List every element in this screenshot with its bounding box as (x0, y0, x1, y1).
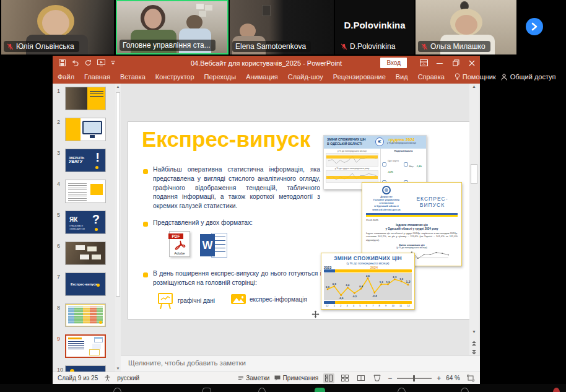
tab-design[interactable]: Конструктор (150, 70, 199, 84)
previous-slide-button[interactable] (469, 338, 479, 344)
language-indicator[interactable]: русский (117, 375, 139, 381)
thumbnail-scrollbar[interactable]: ▲ ▼ (115, 84, 121, 372)
slide-thumbnail-7[interactable]: Експрес-випуски (65, 272, 106, 296)
share-screen-icon-partial[interactable] (315, 388, 325, 392)
slide-thumbnail-5[interactable]: ЯК ПРАЦЮВАТИЗ ВЕБСАЙТОМ ? (65, 211, 106, 234)
titlebar[interactable]: 04.Вебсайт для користувачів_2025 - Power… (53, 56, 480, 70)
minimize-button[interactable]: — (432, 56, 448, 70)
slide-bullet-2[interactable]: Представлений у двох форматах: (153, 219, 320, 228)
thumb-title-bar (68, 338, 82, 339)
next-participants-page-button[interactable] (526, 18, 543, 35)
tab-review[interactable]: Рецензирование (328, 70, 391, 84)
participant-tile-1[interactable]: Юлія Ольвінська (1, 0, 114, 54)
scroll-down-icon[interactable]: ▼ (469, 329, 479, 335)
toolbar-icon-partial[interactable] (202, 388, 211, 392)
notes-pane[interactable]: Щелкните, чтобы добавить заметки (121, 355, 480, 372)
tab-help[interactable]: Справка (413, 70, 450, 84)
slide-thumbnail-4[interactable] (65, 180, 106, 203)
tab-home[interactable]: Главная (79, 70, 115, 84)
share-label: Общий доступ (510, 73, 556, 81)
accessibility-icon[interactable] (104, 375, 111, 381)
tab-slideshow[interactable]: Слайд-шоу (283, 70, 328, 84)
x-tick: 9 (385, 304, 386, 307)
scrollbar-thumb[interactable] (471, 164, 477, 184)
redo-icon[interactable] (85, 59, 92, 66)
avatar (455, 15, 477, 35)
vertical-scrollbar[interactable]: ▲ ▼ (469, 84, 479, 355)
cpi-chart-card[interactable]: ЗМІНИ СПОЖИВЧИХ ЦІН (у % до попереднього… (321, 253, 415, 310)
view-normal-button[interactable] (323, 373, 334, 383)
customize-qat-icon[interactable] (111, 60, 115, 66)
zoom-slider-thumb[interactable] (413, 375, 415, 381)
toolbar-icon-partial[interactable] (461, 388, 469, 392)
undo-icon[interactable] (71, 59, 79, 66)
view-slide-sorter-button[interactable] (339, 373, 350, 383)
thumb-text: ЯК (69, 216, 77, 223)
participants-icon-partial[interactable] (258, 388, 266, 392)
toolbar-icon-partial[interactable] (113, 388, 121, 392)
zoom-out-button[interactable]: − (388, 375, 392, 381)
slide-thumbnail-10[interactable]: Статінформація (65, 365, 106, 372)
view-reading-button[interactable] (355, 373, 367, 383)
participant-tile-2-active-speaker[interactable]: Головне управління ста... (116, 0, 229, 54)
comments-toggle-button[interactable]: Примечания (274, 375, 318, 381)
slide-thumbnail-8[interactable] (65, 303, 106, 327)
scrollbar-thumb[interactable] (116, 92, 120, 297)
slide-thumbnail-1[interactable] (65, 87, 106, 110)
slide-thumbnail-2[interactable] (65, 118, 106, 141)
tab-view[interactable]: Вид (391, 70, 413, 84)
slide-bullet-1[interactable]: Найбільш оперативна статистична інформац… (153, 165, 320, 211)
graphic-data-label[interactable]: графічні дані (178, 297, 215, 304)
zoom-in-button[interactable]: + (437, 375, 441, 381)
slide-title[interactable]: Експрес-випуск (142, 127, 310, 152)
sparkline-icon (160, 296, 170, 301)
slide-thumbnail-6[interactable] (65, 242, 106, 265)
notes-toggle-button[interactable]: Заметки (238, 375, 269, 381)
zoom-slider[interactable] (397, 378, 432, 379)
infographic-screenshot[interactable]: ЗМІНИ СПОЖИВЧИХ ЦІНВ ОДЕСЬКІЙ ОБЛАСТІ Є … (323, 135, 427, 189)
tab-animations[interactable]: Анимация (241, 70, 283, 84)
start-slideshow-icon[interactable] (97, 59, 105, 66)
thumbnail-row: 1 (53, 87, 121, 115)
sign-in-button[interactable]: Вход (380, 58, 407, 68)
slide-bullet-3[interactable]: В день поширення експрес-випуску до ньог… (153, 269, 321, 288)
slide-counter: Слайд 9 из 25 (58, 375, 98, 381)
tab-insert[interactable]: Вставка (115, 70, 150, 84)
slide-thumbnail-art (66, 304, 105, 326)
view-slideshow-button[interactable] (372, 373, 383, 383)
participant-tile-5[interactable]: Ольга Милашко (416, 0, 516, 54)
close-button[interactable] (464, 56, 480, 70)
slide-thumbnail-panel: 1 2 3 ЗВЕРНІТЬУВАГУ ! 4 5 (53, 84, 121, 372)
share-button[interactable]: Общий доступ (501, 73, 556, 81)
slide-thumbnail-3[interactable]: ЗВЕРНІТЬУВАГУ ! (65, 149, 106, 172)
titlebar-controls: Вход — (380, 56, 480, 70)
infographic-period: грудень 2024 у % до попереднього місяця (377, 136, 426, 149)
restore-button[interactable] (448, 56, 464, 70)
slide-canvas[interactable]: Експрес-випуск Найбільш оперативна стати… (128, 122, 469, 319)
infographic-header: ЗМІНИ СПОЖИВЧИХ ЦІНВ ОДЕСЬКІЙ ОБЛАСТІ Є … (324, 136, 426, 149)
scroll-down-icon[interactable]: ▼ (115, 365, 121, 372)
adobe-label: Adobe (170, 251, 189, 255)
participant-name-chip: Головне управління ста... (120, 40, 216, 51)
participant-tile-4[interactable]: D.Polovinkina D.Polovinkina (335, 0, 414, 54)
express-info-label[interactable]: експрес-інформація (250, 296, 307, 303)
muted-mic-icon (421, 43, 428, 50)
scroll-up-icon[interactable]: ▲ (469, 84, 479, 90)
express-info-icon (231, 294, 246, 304)
fit-slide-to-window-button[interactable] (465, 373, 476, 383)
zoom-percentage[interactable]: 64 % (446, 375, 460, 381)
infographic-chart1 (326, 153, 378, 167)
ribbon-display-options-button[interactable] (416, 56, 432, 70)
tab-file[interactable]: Файл (53, 70, 79, 84)
slide-thumbnail-9-selected[interactable] (65, 334, 106, 358)
next-slide-button[interactable] (469, 346, 479, 352)
participant-tile-3[interactable]: Elena Samotoenkova (230, 0, 334, 54)
tab-transitions[interactable]: Переходы (199, 70, 242, 84)
scroll-up-icon[interactable]: ▲ (115, 84, 121, 90)
assistant-menu[interactable]: Помощник (450, 73, 501, 81)
save-icon[interactable] (59, 59, 66, 66)
toolbar-icon-partial[interactable] (398, 388, 406, 392)
comment-icon (274, 375, 281, 381)
record-icon-partial[interactable] (553, 388, 560, 392)
slide-thumbnail-art: ЯК ПРАЦЮВАТИЗ ВЕБСАЙТОМ ? (66, 211, 105, 233)
